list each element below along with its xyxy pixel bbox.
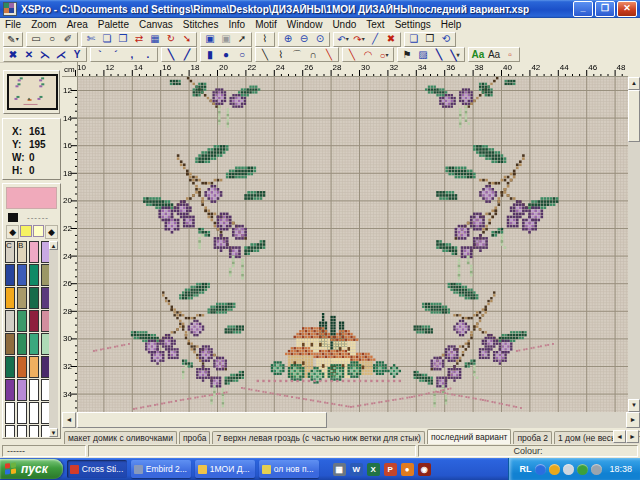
palette-swatch[interactable] — [17, 287, 27, 309]
zoom-reset-button[interactable]: ⊙ — [312, 33, 328, 45]
palette-swatch[interactable] — [29, 425, 39, 437]
taskbar-task-0[interactable]: Cross Sti... — [67, 460, 127, 478]
stitch-vertical-bar[interactable]: ▮ — [202, 49, 218, 61]
stitch-half-back[interactable]: ╲ — [163, 49, 179, 61]
palette-swatch[interactable] — [5, 379, 15, 401]
palette-swatch[interactable] — [29, 402, 39, 424]
menu-window[interactable]: Window — [282, 19, 328, 30]
stitch-quarter-tl[interactable]: ` — [92, 49, 108, 61]
palette-swatch[interactable] — [17, 402, 27, 424]
palette-swatch[interactable] — [29, 264, 39, 286]
revert-button[interactable]: ⟲ — [438, 33, 454, 45]
maximize-button[interactable]: ❐ — [595, 1, 615, 17]
pattern-editor-canvas[interactable] — [62, 62, 628, 412]
tray-icon-language[interactable] — [535, 464, 546, 475]
line-draw-tool[interactable]: ╱ — [367, 33, 383, 45]
palette-swatch[interactable] — [29, 356, 39, 378]
palette-swatch[interactable] — [29, 333, 39, 355]
menu-settings[interactable]: Settings — [390, 19, 436, 30]
flip-tool[interactable]: ⇄ — [131, 33, 147, 45]
scroll-down-button[interactable]: ▼ — [628, 399, 640, 412]
arc-tool[interactable]: ◠ — [360, 49, 376, 61]
quicklaunch-word[interactable]: W — [350, 463, 363, 476]
menu-motif[interactable]: Motif — [250, 19, 282, 30]
stitch-quarter-bl[interactable]: , — [124, 49, 140, 61]
menu-stitches[interactable]: Stitches — [178, 19, 224, 30]
select-rect-tool[interactable]: ▭ — [28, 33, 44, 45]
motif-view-button[interactable]: ▣ — [202, 33, 218, 45]
zoom-out-button[interactable]: ⊖ — [296, 33, 312, 45]
palette-swatch[interactable] — [5, 402, 15, 424]
scroll-right-button[interactable]: ► — [626, 412, 640, 428]
text-tool[interactable]: Aa — [486, 49, 502, 61]
palette-scroll-down-button[interactable]: ▼ — [49, 428, 58, 437]
quicklaunch-red[interactable]: ◉ — [418, 463, 431, 476]
palette-swatch[interactable] — [29, 379, 39, 401]
stitch-petite-cross[interactable]: ✕ — [21, 49, 37, 61]
palette-swatch[interactable] — [17, 333, 27, 355]
palette-swatch[interactable] — [29, 241, 39, 263]
paste-tool[interactable]: ❐ — [115, 33, 131, 45]
backstitch-curve[interactable]: ⌒ — [289, 49, 305, 61]
palette-swatch[interactable] — [17, 264, 27, 286]
backstitch-line[interactable]: ╲ — [257, 49, 273, 61]
minimize-button[interactable]: _ — [573, 1, 593, 17]
language-indicator[interactable]: RL — [519, 464, 531, 474]
stitch-upright-cross[interactable]: Y — [69, 49, 85, 61]
draw-tool[interactable]: ✎▾ — [5, 33, 21, 45]
border-color-swatch[interactable] — [8, 213, 18, 222]
tray-icon-volume[interactable] — [591, 464, 602, 475]
select-lasso-tool[interactable]: ○ — [44, 33, 60, 45]
scroll-left-button[interactable]: ◄ — [62, 412, 76, 428]
tray-icon-clock[interactable] — [549, 464, 560, 475]
palette-swatch[interactable]: B — [17, 241, 27, 263]
move-tool[interactable]: ➘ — [179, 33, 195, 45]
delete-tool[interactable]: ✖ — [383, 33, 399, 45]
taskbar-task-2[interactable]: 1МОИ Д... — [195, 460, 255, 478]
diamond-symbol-button-1[interactable]: ◆ — [6, 225, 19, 239]
rotate-tool[interactable]: ↻ — [163, 33, 179, 45]
menu-area[interactable]: Area — [62, 19, 93, 30]
horizontal-scrollbar[interactable]: ◄ ► — [62, 412, 640, 428]
copy-tool[interactable]: ❏ — [99, 33, 115, 45]
ellipse-tool[interactable]: ○▾ — [376, 49, 392, 61]
start-button[interactable]: пуск — [0, 459, 63, 479]
palette-swatch[interactable]: C — [5, 241, 15, 263]
highlight-color-swatch-1[interactable] — [20, 225, 31, 237]
quicklaunch-calendar[interactable]: ▦ — [333, 463, 346, 476]
stitch-half-left[interactable]: ⋋ — [37, 49, 53, 61]
palette-swatch[interactable] — [17, 356, 27, 378]
stitch-quarter-br[interactable]: . — [140, 49, 156, 61]
zoom-in-button[interactable]: ⊕ — [280, 33, 296, 45]
palette-swatch[interactable] — [17, 310, 27, 332]
tab-scroll-right-button[interactable]: ► — [626, 430, 639, 443]
menu-info[interactable]: Info — [223, 19, 250, 30]
cut-tool[interactable]: ✄ — [83, 33, 99, 45]
menu-undo[interactable]: Undo — [327, 19, 361, 30]
palette-swatch[interactable] — [5, 356, 15, 378]
selection-marquee-tool[interactable]: ▫ — [502, 49, 518, 61]
vertical-scrollbar[interactable]: ▲ ▼ — [628, 77, 640, 412]
stitch-full-cross[interactable]: ✖ — [5, 49, 21, 61]
palette-scrollbar[interactable]: ▲ ▼ — [49, 241, 58, 437]
select-pen-tool[interactable]: ✐ — [60, 33, 76, 45]
thread-tool[interactable]: ⌇ — [257, 33, 273, 45]
thick-line-tool[interactable]: ╲ — [431, 49, 447, 61]
stitch-half-forward[interactable]: ╱ — [179, 49, 195, 61]
palette-swatch[interactable] — [17, 379, 27, 401]
menu-help[interactable]: Help — [436, 19, 467, 30]
pointer-tool[interactable]: ➚ — [234, 33, 250, 45]
diamond-symbol-button-2[interactable]: ◆ — [45, 225, 58, 239]
document-tab-2[interactable]: 7 верхн левая гроздь (с частью ниж ветки… — [212, 431, 425, 444]
curve-tool[interactable]: ╲ — [344, 49, 360, 61]
palette-swatch[interactable] — [29, 310, 39, 332]
horizontal-scroll-thumb[interactable] — [77, 412, 327, 428]
highlight-color-swatch-2[interactable] — [33, 225, 44, 237]
palette-swatch[interactable] — [29, 287, 39, 309]
document-tab-0[interactable]: макет домик с оливочками — [64, 431, 177, 444]
thin-line-tool[interactable]: ╲▾ — [447, 49, 463, 61]
close-button[interactable]: ✕ — [617, 1, 637, 17]
tray-icon-update[interactable] — [577, 464, 588, 475]
backstitch-zigzag[interactable]: ⌇ — [273, 49, 289, 61]
grid-tool[interactable]: ▦ — [147, 33, 163, 45]
